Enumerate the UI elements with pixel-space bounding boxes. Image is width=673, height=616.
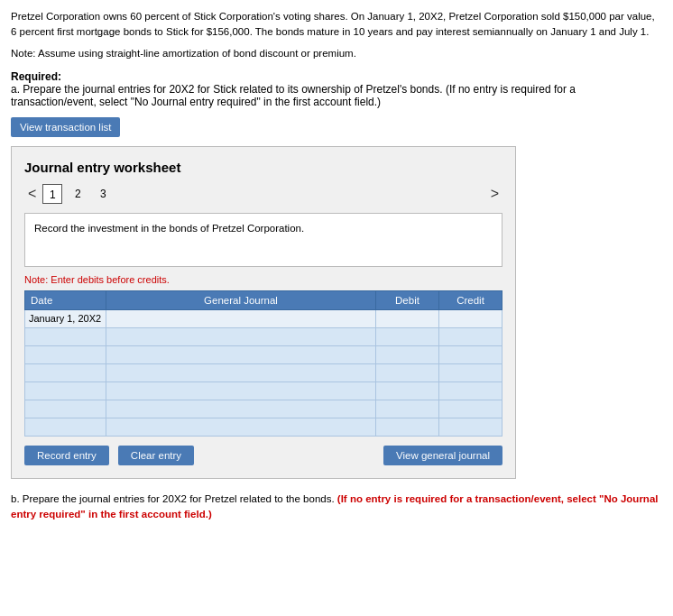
table-row bbox=[25, 382, 502, 400]
debit-input[interactable] bbox=[376, 400, 438, 418]
credit-cell[interactable] bbox=[439, 309, 502, 327]
action-buttons: Record entry Clear entry View general jo… bbox=[24, 446, 502, 465]
credit-input[interactable] bbox=[439, 364, 502, 382]
credit-cell[interactable] bbox=[439, 327, 502, 345]
date-cell bbox=[25, 363, 106, 382]
general-journal-cell[interactable] bbox=[106, 327, 376, 345]
general-journal-input[interactable] bbox=[106, 382, 375, 400]
table-row bbox=[25, 345, 502, 363]
table-row bbox=[25, 327, 502, 345]
col-credit: Credit bbox=[439, 290, 502, 309]
instruction-box: Record the investment in the bonds of Pr… bbox=[24, 213, 502, 267]
credit-input[interactable] bbox=[439, 328, 502, 345]
date-cell: January 1, 20X2 bbox=[25, 309, 106, 327]
credit-input[interactable] bbox=[439, 310, 502, 327]
credit-cell[interactable] bbox=[439, 363, 502, 382]
general-journal-cell[interactable] bbox=[106, 400, 376, 418]
general-journal-cell[interactable] bbox=[106, 345, 376, 363]
debit-input[interactable] bbox=[376, 346, 438, 363]
date-cell bbox=[25, 327, 106, 345]
date-cell bbox=[25, 345, 106, 363]
table-row: January 1, 20X2 bbox=[25, 309, 502, 327]
problem-text: Pretzel Corporation owns 60 percent of S… bbox=[11, 9, 662, 61]
debit-cell[interactable] bbox=[376, 382, 439, 400]
col-date: Date bbox=[25, 290, 106, 309]
table-row bbox=[25, 418, 502, 436]
credit-cell[interactable] bbox=[439, 382, 502, 400]
general-journal-input[interactable] bbox=[106, 346, 375, 363]
bottom-text: b. Prepare the journal entries for 20X2 … bbox=[11, 493, 335, 504]
required-a-text: a. Prepare the journal entries for 20X2 … bbox=[11, 83, 443, 96]
col-general-journal: General Journal bbox=[106, 290, 376, 309]
debit-cell[interactable] bbox=[376, 400, 439, 418]
debit-input[interactable] bbox=[376, 418, 438, 436]
general-journal-input[interactable] bbox=[106, 400, 375, 418]
required-section: Required: a. Prepare the journal entries… bbox=[11, 70, 662, 108]
credit-cell[interactable] bbox=[439, 400, 502, 418]
clear-entry-button[interactable]: Clear entry bbox=[118, 446, 194, 465]
general-journal-input[interactable] bbox=[106, 364, 375, 382]
description-text: Pretzel Corporation owns 60 percent of S… bbox=[11, 11, 655, 37]
bottom-section: b. Prepare the journal entries for 20X2 … bbox=[11, 492, 662, 523]
record-entry-button[interactable]: Record entry bbox=[24, 446, 109, 465]
date-cell bbox=[25, 400, 106, 418]
date-cell bbox=[25, 418, 106, 436]
credit-cell[interactable] bbox=[439, 345, 502, 363]
debit-input[interactable] bbox=[376, 364, 438, 382]
debit-input[interactable] bbox=[376, 310, 438, 327]
note-debits: Note: Enter debits before credits. bbox=[24, 274, 502, 285]
table-row bbox=[25, 400, 502, 418]
credit-input[interactable] bbox=[439, 400, 502, 418]
debit-input[interactable] bbox=[376, 328, 438, 345]
view-transaction-button[interactable]: View transaction list bbox=[11, 117, 120, 137]
debit-input[interactable] bbox=[376, 382, 438, 400]
date-cell bbox=[25, 382, 106, 400]
general-journal-cell[interactable] bbox=[106, 309, 376, 327]
worksheet-title: Journal entry worksheet bbox=[24, 160, 502, 175]
debit-cell[interactable] bbox=[376, 363, 439, 382]
general-journal-input[interactable] bbox=[106, 328, 375, 345]
journal-table: Date General Journal Debit Credit Januar… bbox=[24, 290, 502, 437]
general-journal-cell[interactable] bbox=[106, 363, 376, 382]
page-3[interactable]: 3 bbox=[93, 184, 113, 204]
credit-input[interactable] bbox=[439, 382, 502, 400]
credit-cell[interactable] bbox=[439, 418, 502, 436]
page-1[interactable]: 1 bbox=[42, 184, 62, 204]
instruction-text: Record the investment in the bonds of Pr… bbox=[34, 223, 304, 234]
nav-right-arrow[interactable]: > bbox=[487, 186, 502, 202]
page-2[interactable]: 2 bbox=[68, 184, 88, 204]
debit-cell[interactable] bbox=[376, 327, 439, 345]
pagination-nav: < 1 2 3 > bbox=[24, 184, 502, 204]
general-journal-cell[interactable] bbox=[106, 418, 376, 436]
view-general-journal-button[interactable]: View general journal bbox=[383, 446, 502, 465]
table-row bbox=[25, 363, 502, 382]
debit-cell[interactable] bbox=[376, 418, 439, 436]
debit-cell[interactable] bbox=[376, 309, 439, 327]
credit-input[interactable] bbox=[439, 346, 502, 363]
col-debit: Debit bbox=[376, 290, 439, 309]
general-journal-input[interactable] bbox=[106, 418, 375, 436]
required-label: Required: bbox=[11, 70, 61, 83]
journal-entry-worksheet: Journal entry worksheet < 1 2 3 > Record… bbox=[11, 146, 516, 479]
nav-left-arrow[interactable]: < bbox=[24, 186, 40, 202]
general-journal-cell[interactable] bbox=[106, 382, 376, 400]
general-journal-input[interactable] bbox=[106, 310, 375, 327]
debit-cell[interactable] bbox=[376, 345, 439, 363]
note-text: Note: Assume using straight-line amortiz… bbox=[11, 48, 356, 59]
credit-input[interactable] bbox=[439, 418, 502, 436]
